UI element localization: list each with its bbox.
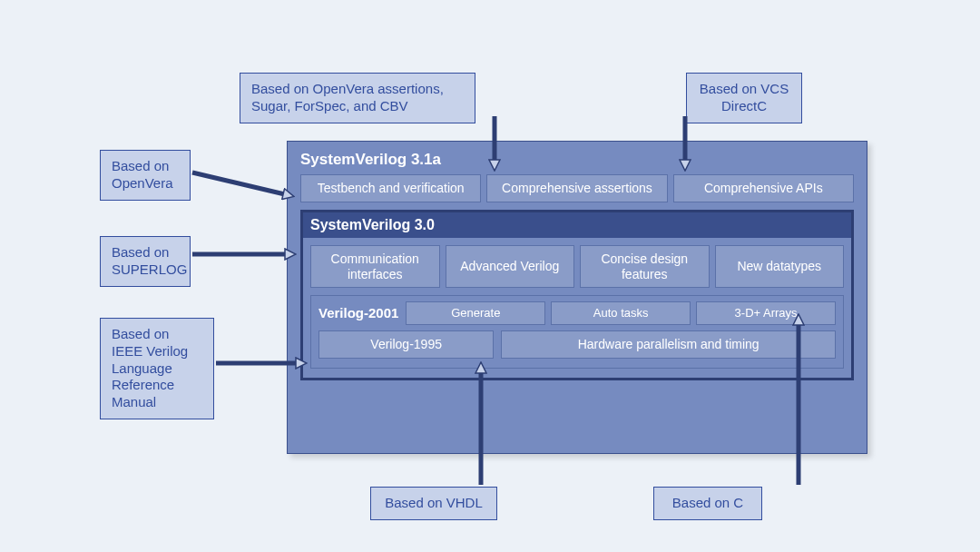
v2001-features: Generate Auto tasks 3-D+ Arrays: [406, 301, 836, 325]
callout-vcs-directc: Based on VCS DirectC: [686, 73, 802, 123]
callout-superlog: Based on SUPERLOG: [100, 236, 191, 287]
callout-vhdl: Based on VHDL: [370, 487, 497, 520]
callout-ieee-verilog: Based on IEEE Verilog Language Reference…: [100, 318, 214, 419]
sv31a-title: SystemVerilog 3.1a: [300, 151, 854, 169]
callout-openvera: Based on OpenVera: [100, 150, 191, 201]
callout-openvera-assertions: Based on OpenVera assertions, Sugar, For…: [240, 73, 475, 123]
feature-new-datatypes: New datatypes: [715, 245, 845, 289]
feature-auto-tasks: Auto tasks: [551, 301, 691, 325]
feature-advanced-verilog: Advanced Verilog: [446, 245, 575, 289]
v1995-desc: Hardware parallelism and timing: [501, 330, 836, 359]
feature-testbench: Testbench and verification: [300, 174, 481, 202]
sv30-features: Communication interfaces Advanced Verilo…: [310, 245, 844, 289]
feature-generate: Generate: [406, 301, 545, 325]
systemverilog-31a-layer: SystemVerilog 3.1a Testbench and verific…: [287, 141, 867, 454]
v1995-name: Verilog-1995: [318, 330, 494, 359]
verilog-1995-layer: Verilog-1995 Hardware parallelism and ti…: [318, 330, 836, 359]
feature-comprehensive-apis: Comprehensive APIs: [673, 174, 854, 202]
feature-comm-interfaces: Communication interfaces: [310, 245, 440, 289]
sv30-title: SystemVerilog 3.0: [303, 212, 851, 238]
v2001-title: Verilog-2001: [318, 301, 398, 320]
sv31a-features: Testbench and verification Comprehensive…: [300, 174, 854, 202]
feature-comprehensive-assertions: Comprehensive assertions: [486, 174, 667, 202]
verilog-2001-layer: Verilog-2001 Generate Auto tasks 3-D+ Ar…: [310, 295, 844, 368]
feature-3d-arrays: 3-D+ Arrays: [696, 301, 836, 325]
callout-c: Based on C: [653, 487, 762, 520]
systemverilog-30-layer: SystemVerilog 3.0 Communication interfac…: [300, 210, 854, 380]
feature-concise-design: Concise design features: [580, 245, 710, 289]
